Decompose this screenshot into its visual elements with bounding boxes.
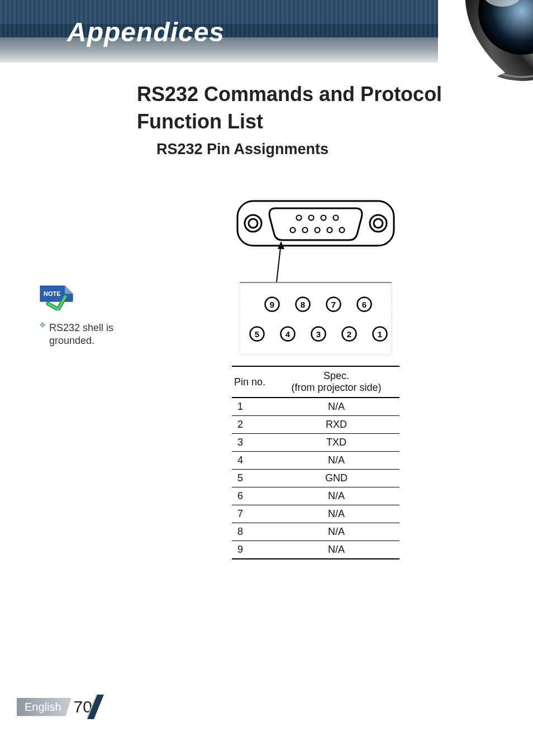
page-title: RS232 Commands and Protocol Function Lis… — [137, 81, 494, 135]
table-row: 1N/A — [232, 398, 399, 416]
cell-pin: 8 — [232, 523, 273, 541]
cell-pin: 1 — [232, 398, 273, 416]
pin-label: 7 — [331, 300, 336, 309]
pin-label: 5 — [255, 329, 259, 339]
table-row: 6N/A — [232, 487, 399, 505]
section-subtitle: RS232 Pin Assignments — [156, 141, 329, 158]
banner-title: Appendices — [67, 17, 225, 47]
cell-spec: RXD — [273, 416, 399, 434]
table-header-spec: Spec. (from projector side) — [273, 366, 399, 398]
page-footer: English 70 — [17, 696, 92, 718]
diamond-bullet-icon: ❖ — [39, 320, 46, 329]
pin-assignment-table: Pin no. Spec. (from projector side) 1N/A… — [232, 366, 399, 559]
connector-diagram: 9 8 7 6 5 4 3 2 1 — [232, 190, 399, 365]
pin-label: 4 — [285, 329, 291, 339]
svg-point-8 — [249, 219, 258, 228]
table-header-spec-top: Spec. — [323, 370, 349, 381]
table-row: 7N/A — [232, 505, 399, 523]
table-row: 4N/A — [232, 452, 399, 470]
footer-language: English — [17, 698, 72, 716]
header-banner: Appendices — [0, 0, 533, 63]
note-box: NOTE ❖ RS232 shell is grounded. — [39, 285, 129, 348]
table-row: 9N/A — [232, 541, 399, 559]
cell-pin: 7 — [232, 505, 273, 523]
note-tag-icon: NOTE — [39, 285, 74, 310]
cell-pin: 6 — [232, 487, 273, 505]
note-text: RS232 shell is grounded. — [49, 322, 129, 348]
cell-pin: 5 — [232, 470, 273, 487]
cell-spec: N/A — [273, 523, 399, 541]
pin-label: 3 — [316, 329, 321, 339]
cell-spec: N/A — [273, 452, 399, 470]
svg-point-10 — [374, 219, 383, 228]
pin-label: 2 — [347, 329, 351, 339]
pin-label: 8 — [301, 300, 305, 309]
cell-spec: N/A — [273, 541, 399, 559]
table-header-pin: Pin no. — [232, 366, 273, 398]
table-header-spec-bottom: (from projector side) — [291, 382, 381, 393]
pin-label: 9 — [270, 300, 274, 309]
cell-spec: GND — [273, 470, 399, 487]
cell-pin: 3 — [232, 434, 273, 452]
note-label: NOTE — [44, 290, 61, 297]
footer-divider-icon — [87, 695, 113, 719]
cell-spec: TXD — [273, 434, 399, 452]
table-row: 3TXD — [232, 434, 399, 452]
table-row: 5GND — [232, 470, 399, 487]
cell-spec: N/A — [273, 487, 399, 505]
svg-rect-21 — [240, 282, 392, 355]
cell-spec: N/A — [273, 505, 399, 523]
cell-pin: 9 — [232, 541, 273, 559]
cell-spec: N/A — [273, 398, 399, 416]
table-row: 8N/A — [232, 523, 399, 541]
cell-pin: 4 — [232, 452, 273, 470]
table-row: 2RXD — [232, 416, 399, 434]
pin-label: 1 — [378, 329, 382, 339]
cell-pin: 2 — [232, 416, 273, 434]
pin-label: 6 — [362, 300, 367, 309]
